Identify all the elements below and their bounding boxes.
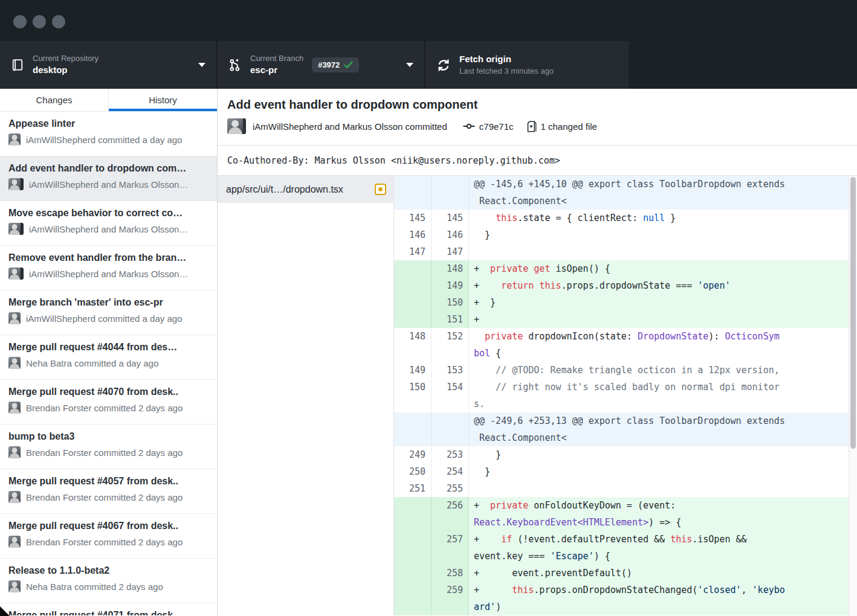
diff-code-text [469,243,849,260]
commit-item-title: Release to 1.1.0-beta2 [8,565,209,576]
file-list-item[interactable]: app/src/ui/t…/dropdown.tsx [218,176,393,203]
diff-line-row: 148+ private get isOpen() { [394,260,849,277]
new-line-number: 154 [432,379,469,412]
diff-line-row: 251255 [394,480,849,497]
old-line-number [394,311,432,328]
old-line-number: 251 [394,480,432,497]
diff-code-text: // @TODO: Remake triangle octicon in a 1… [469,362,849,379]
current-repository-label: Current Repository [33,54,99,63]
commit-item-title: Move escape behavior to correct co… [8,208,209,219]
scrollbar-thumb[interactable] [850,177,856,449]
commit-list-item[interactable]: Add event handler to dropdown com…iAmWil… [0,156,217,201]
commit-list-item[interactable]: Merge pull request #4057 from desk..Bren… [0,469,217,514]
current-branch-label: Current Branch [250,54,303,63]
commit-list-item[interactable]: Appease linteriAmWillShepherd committed … [0,112,217,156]
commit-item-title: Merge pull request #4070 from desk.. [8,387,209,397]
new-line-number: 255 [432,480,469,497]
tab-history[interactable]: History [109,89,217,111]
pr-number: #3972 [318,60,340,69]
avatar [8,357,21,369]
commit-list-item[interactable]: Merge pull request #4067 from desk..Bren… [0,514,217,559]
avatar [8,268,21,280]
commit-item-byline: Brendan Forster committed 2 days ago [26,492,183,502]
commit-summary: Add event handler to dropdown component … [218,89,857,145]
close-window-icon[interactable] [13,15,27,28]
commit-list-item[interactable]: Move escape behavior to correct co…iAmWi… [0,201,217,246]
old-line-number: 145 [394,210,432,226]
commit-list-item[interactable]: bump to beta3Brendan Forster committed 2… [0,425,217,469]
new-line-number [432,412,469,446]
diff-code-text: + event.preventDefault() [469,565,849,582]
new-line-number: 259 [432,582,469,615]
commit-item-meta: Brendan Forster committed 2 days ago [8,491,209,503]
chevron-down-icon [406,63,413,67]
diff-line-row: 149153 // @TODO: Remake triangle octicon… [394,362,849,379]
diff-scrollbar[interactable] [849,176,857,616]
changed-files-count: 1 changed file [541,121,597,132]
new-line-number: 148 [432,260,469,277]
new-line-number: 253 [432,446,469,463]
avatar [8,536,21,548]
commit-item-meta: Brendan Forster committed 2 days ago [8,536,209,548]
pr-status-badge: #3972 [312,57,359,72]
commit-item-title: bump to beta3 [8,431,209,442]
diff-code-text: + [469,311,849,328]
old-line-number: 146 [394,226,432,243]
file-diff-icon [527,121,537,132]
diff-line-row: 258+ event.preventDefault() [394,565,849,582]
commit-title: Add event handler to dropdown component [227,98,847,112]
new-line-number: 146 [432,226,469,243]
commit-list-item[interactable]: Merge branch 'master' into esc-priAmWill… [0,290,217,335]
diff-line-row: 256+ private onFoldoutKeyDown = (event:R… [394,497,849,531]
diff-code-text: // right now it's scaled badly on normal… [469,379,849,412]
commit-item-meta: iAmWillShepherd and Markus Olsson… [8,268,209,280]
new-line-number: 257 [432,531,469,565]
current-repository-value: desktop [33,65,99,76]
commit-item-meta: iAmWillShepherd committed a day ago [8,133,209,146]
window-controls[interactable] [13,15,65,28]
new-line-number: 147 [432,243,469,260]
commit-list-item[interactable]: Merge pull request #4071 from desk.. [0,603,217,615]
fetch-origin-label: Fetch origin [459,54,554,65]
old-line-number [394,277,432,294]
commit-list-item[interactable]: Remove event handler from the bran…iAmWi… [0,246,217,290]
minimize-window-icon[interactable] [33,15,46,28]
new-line-number: 150 [432,294,469,311]
commit-list-item[interactable]: Merge pull request #4044 from des…Neha B… [0,335,217,380]
check-icon [344,61,353,69]
new-line-number: 151 [432,311,469,328]
new-line-number: 258 [432,565,469,582]
new-line-number: 153 [432,362,469,379]
current-branch-button[interactable]: Current Branch esc-pr #3972 [218,41,425,89]
commit-item-byline: Brendan Forster committed 2 days ago [26,403,183,413]
avatar [8,178,21,190]
commit-item-byline: iAmWillShepherd committed a day ago [26,135,182,145]
commit-item-title: Merge pull request #4071 from desk.. [8,610,209,615]
diff-line-row: 151+ [394,311,849,328]
new-line-number: 152 [432,328,469,362]
commit-item-byline: iAmWillShepherd and Markus Olsson… [29,179,188,190]
sync-icon [436,58,451,72]
diff-code-text: + return this.props.dropdownState === 'o… [469,277,849,294]
diff-line-row: 147147 [394,243,849,260]
avatar [8,223,21,235]
old-line-number [394,412,432,446]
commit-item-byline: iAmWillShepherd and Markus Olsson… [29,269,188,279]
commit-item-title: Merge branch 'master' into esc-pr [8,297,209,308]
repo-icon [11,59,24,72]
fetch-origin-button[interactable]: Fetch origin Last fetched 3 minutes ago [425,41,629,89]
commit-list-item[interactable]: Release to 1.1.0-beta2Neha Batra committ… [0,559,217,603]
commit-item-meta: Brendan Forster committed 2 days ago [8,402,209,414]
zoom-window-icon[interactable] [52,15,65,28]
diff-line-row: 148152 private dropdownIcon(state: Dropd… [394,328,849,362]
avatar [8,312,21,324]
commit-list: Appease linteriAmWillShepherd committed … [0,112,217,616]
tab-changes[interactable]: Changes [0,89,109,111]
current-repository-button[interactable]: Current Repository desktop [0,41,218,89]
commit-item-title: Merge pull request #4067 from desk.. [8,521,209,531]
commit-item-title: Merge pull request #4057 from desk.. [8,476,209,487]
git-commit-icon [463,121,475,131]
old-line-number [394,565,432,582]
old-line-number [394,260,432,277]
commit-list-item[interactable]: Merge pull request #4070 from desk..Bren… [0,380,217,425]
